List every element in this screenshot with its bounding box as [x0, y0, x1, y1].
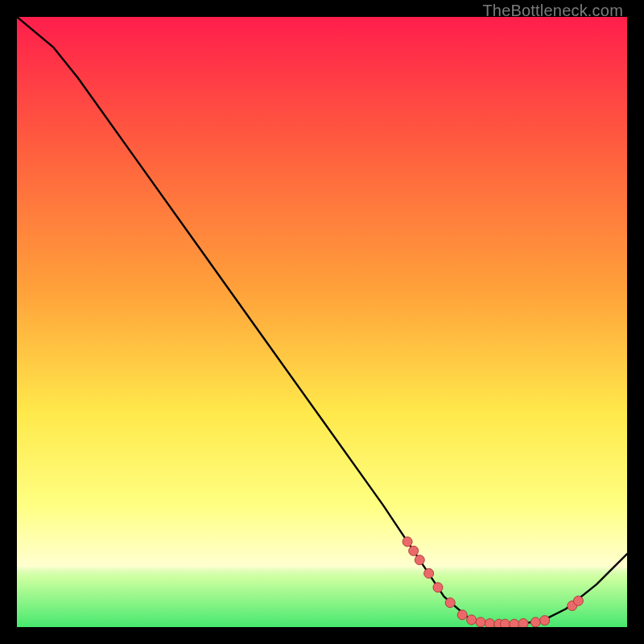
watermark-text: TheBottleneck.com	[482, 2, 623, 20]
plot-area	[17, 17, 627, 627]
chart-frame: TheBottleneck.com	[0, 0, 644, 644]
